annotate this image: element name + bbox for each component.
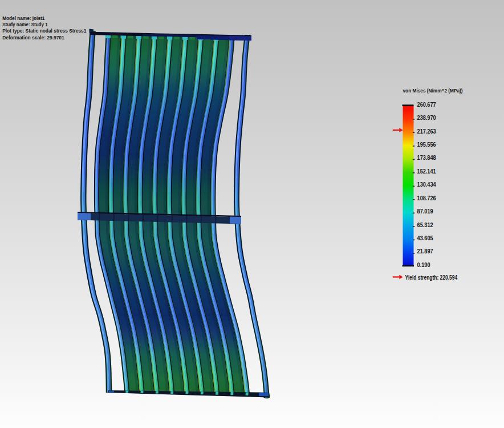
svg-text:von Mises (N/mm^2 (MPa)): von Mises (N/mm^2 (MPa)) — [403, 88, 463, 94]
svg-text:130.434: 130.434 — [417, 181, 436, 188]
svg-text:87.019: 87.019 — [417, 208, 433, 215]
svg-text:238.970: 238.970 — [417, 114, 436, 121]
svg-text:108.726: 108.726 — [417, 195, 436, 201]
svg-text:Yield strength: 220.594: Yield strength: 220.594 — [405, 274, 458, 281]
svg-text:43.605: 43.605 — [417, 235, 433, 241]
svg-text:Study name: Study 1: Study name: Study 1 — [2, 22, 48, 27]
svg-text:173.848: 173.848 — [417, 154, 436, 161]
svg-text:Plot type: Static nodal stress: Plot type: Static nodal stress Stress1 — [2, 28, 86, 34]
svg-text:260.677: 260.677 — [417, 101, 436, 108]
svg-text:Model name: joist1: Model name: joist1 — [2, 15, 44, 21]
svg-text:217.263: 217.263 — [417, 128, 436, 135]
svg-text:65.312: 65.312 — [417, 221, 433, 228]
svg-text:0.190: 0.190 — [417, 261, 430, 268]
svg-text:21.897: 21.897 — [417, 248, 433, 255]
svg-text:152.141: 152.141 — [417, 168, 436, 175]
svg-text:195.556: 195.556 — [417, 141, 436, 148]
svg-text:Deformation scale: 29.9701: Deformation scale: 29.9701 — [2, 35, 64, 41]
